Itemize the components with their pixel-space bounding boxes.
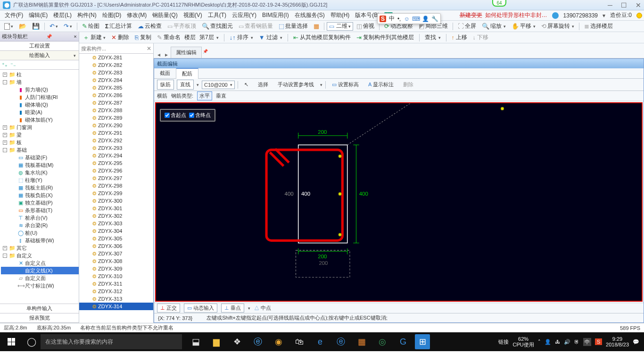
- component-row[interactable]: ❂ZDYX-296: [79, 167, 153, 174]
- tree-node[interactable]: ▮砌体墙(Q): [1, 101, 79, 108]
- copy-from-button[interactable]: ⇤从其他楼层复制构件: [291, 33, 353, 42]
- tree-node[interactable]: +📁柱: [1, 71, 79, 78]
- cpu-meter[interactable]: 62%CPU使用: [512, 336, 534, 347]
- perp-button[interactable]: ⊥垂点: [221, 304, 244, 313]
- component-row[interactable]: ❂ZDYX-289: [79, 114, 153, 122]
- save-button[interactable]: 💾: [30, 22, 42, 31]
- menu-item[interactable]: 构件(N): [74, 11, 99, 19]
- section-canvas[interactable]: 含起点 含终点 200: [155, 102, 643, 302]
- tray-notif-icon[interactable]: 💬: [633, 339, 639, 345]
- draw-button[interactable]: ✎绘图: [80, 21, 102, 31]
- tree-node[interactable]: ⫿基础板带(W): [1, 237, 79, 244]
- tray-clock[interactable]: 9:292018/8/23: [606, 336, 629, 347]
- line-button[interactable]: 直线: [177, 80, 194, 90]
- component-row[interactable]: ❂ZDYX-303: [79, 220, 153, 227]
- component-row[interactable]: ❂ZDYX-314: [79, 303, 153, 310]
- set-elev-button[interactable]: ▭ 设置标高: [329, 80, 362, 90]
- new-file-button[interactable]: ▾: [2, 22, 16, 31]
- delete-comp-button[interactable]: ✕删除: [109, 33, 131, 42]
- component-row[interactable]: ❂ZDYX-312: [79, 288, 153, 295]
- component-row[interactable]: ❂ZDYX-297: [79, 174, 153, 182]
- open-button[interactable]: 📂: [17, 22, 29, 31]
- tab-rebar[interactable]: 配筋: [176, 68, 198, 79]
- menu-item[interactable]: 帮助(H): [328, 11, 353, 19]
- start-button[interactable]: [0, 332, 23, 351]
- anno-button[interactable]: A 显示标注: [365, 80, 397, 90]
- zoom-button[interactable]: 🔍缩放: [479, 21, 508, 31]
- minimize-button[interactable]: ─: [608, 1, 612, 9]
- move-down-button[interactable]: ↓下移: [471, 33, 490, 42]
- app1-icon[interactable]: ❖: [228, 332, 246, 351]
- expand-all-icon[interactable]: ⁺₊: [2, 62, 8, 68]
- update-badge[interactable]: 64: [492, 0, 506, 7]
- component-row[interactable]: ❂ZDYX-307: [79, 250, 153, 257]
- component-row[interactable]: ❂ZDYX-282: [79, 61, 153, 69]
- tree-node[interactable]: ≋承台梁(R): [1, 222, 79, 229]
- del-rebar-button[interactable]: 删除: [400, 80, 417, 90]
- cortana-icon[interactable]: ◯: [23, 332, 41, 351]
- component-row[interactable]: ❂ZDYX-283: [79, 69, 153, 76]
- tab-next-icon[interactable]: ▸: [163, 51, 170, 58]
- menu-item[interactable]: 钢筋量(Q): [149, 11, 180, 19]
- component-list[interactable]: ❂ZDYX-281❂ZDYX-282❂ZDYX-283❂ZDYX-284❂ZDY…: [79, 54, 153, 323]
- app3-icon[interactable]: ◎: [373, 332, 391, 351]
- taskview-icon[interactable]: ⬓: [187, 332, 205, 351]
- zong-button[interactable]: 纵筋: [157, 80, 174, 90]
- tray-shield-icon[interactable]: ⛨: [574, 339, 579, 345]
- search-input[interactable]: [81, 46, 147, 51]
- tree-node[interactable]: ▭基础梁(F): [1, 154, 79, 161]
- dyn-input-button[interactable]: ▭动态输入: [184, 304, 217, 313]
- tree-node[interactable]: -📁自定义: [1, 252, 79, 259]
- component-row[interactable]: ❂ZDYX-286: [79, 91, 153, 99]
- find-comp-button[interactable]: 查找: [423, 33, 443, 42]
- tray-vol-icon[interactable]: 🔊: [564, 339, 570, 345]
- rebar-spec-combo[interactable]: C10@200 ▾: [202, 81, 235, 89]
- flat-top-button[interactable]: ▭ 平齐板顶: [165, 21, 198, 31]
- app5-icon[interactable]: ⊞: [415, 334, 430, 349]
- tray-sogou-icon[interactable]: S: [595, 338, 602, 345]
- tree-node[interactable]: ⬚柱墩(Y): [1, 176, 79, 184]
- tab-section[interactable]: 截面: [154, 68, 176, 78]
- tree-node[interactable]: +📁门窗洞: [1, 123, 79, 131]
- component-row[interactable]: ❂ZDYX-311: [79, 280, 153, 288]
- app2-icon[interactable]: ◉: [270, 332, 288, 351]
- maximize-button[interactable]: ☐: [621, 1, 627, 9]
- menu-item[interactable]: 在线服务(S): [292, 11, 328, 19]
- component-row[interactable]: ❂ZDYX-287: [79, 99, 153, 107]
- nav-close-button[interactable]: ×: [71, 33, 77, 40]
- store-icon[interactable]: 🛍: [290, 332, 308, 351]
- pin-icon[interactable]: 📌: [203, 49, 208, 54]
- tab-properties[interactable]: 属性编辑📌: [171, 47, 202, 58]
- taskbar-search[interactable]: 在这里输入你要搜索的内容: [41, 334, 182, 349]
- stamp-button[interactable]: ▦: [311, 22, 322, 31]
- component-row[interactable]: ❂ZDYX-294: [79, 152, 153, 159]
- user-avatar-icon[interactable]: [552, 12, 559, 19]
- menu-item[interactable]: 工具(T): [205, 11, 229, 19]
- rotate-screen-button[interactable]: ⟲屏幕旋转: [539, 21, 577, 31]
- tree-node[interactable]: ▭自定义线(X)▯: [1, 267, 79, 274]
- user-id[interactable]: 13907298339: [563, 12, 598, 19]
- select-button[interactable]: 选择: [255, 80, 272, 90]
- cloud-check-button[interactable]: ☁云检查: [135, 21, 164, 31]
- pointer-icon[interactable]: ↖: [241, 80, 252, 89]
- midpoint-button[interactable]: △ 中点: [254, 304, 271, 312]
- tree-node[interactable]: ⊤桩承台(V): [1, 214, 79, 222]
- component-row[interactable]: ❂ZDYX-290: [79, 122, 153, 129]
- ime-lang[interactable]: 中: [389, 15, 395, 23]
- rename-comp-button[interactable]: ✎重命名: [155, 33, 182, 42]
- menu-item[interactable]: BIM应用(I): [259, 11, 292, 19]
- component-row[interactable]: ❂ZDYX-304: [79, 227, 153, 235]
- calc-icon[interactable]: ▦: [353, 332, 371, 351]
- tree-node[interactable]: -📁墙: [1, 78, 79, 86]
- component-row[interactable]: ❂ZDYX-305: [79, 235, 153, 242]
- tab-prev-icon[interactable]: ◂: [156, 51, 162, 58]
- floor-combo[interactable]: 第7层: [198, 33, 221, 42]
- component-row[interactable]: ❂ZDYX-298: [79, 182, 153, 189]
- new-comp-button[interactable]: ＋新建 ▾: [81, 33, 107, 43]
- ime-punct[interactable]: •‚: [397, 16, 401, 22]
- copy-comp-button[interactable]: ⎘复制: [133, 33, 153, 42]
- menu-item[interactable]: 云应用(Y): [229, 11, 259, 19]
- tree-node[interactable]: -📁基础: [1, 146, 79, 154]
- component-row[interactable]: ❂ZDYX-293: [79, 144, 153, 152]
- search-clear-icon[interactable]: ✕: [147, 45, 151, 52]
